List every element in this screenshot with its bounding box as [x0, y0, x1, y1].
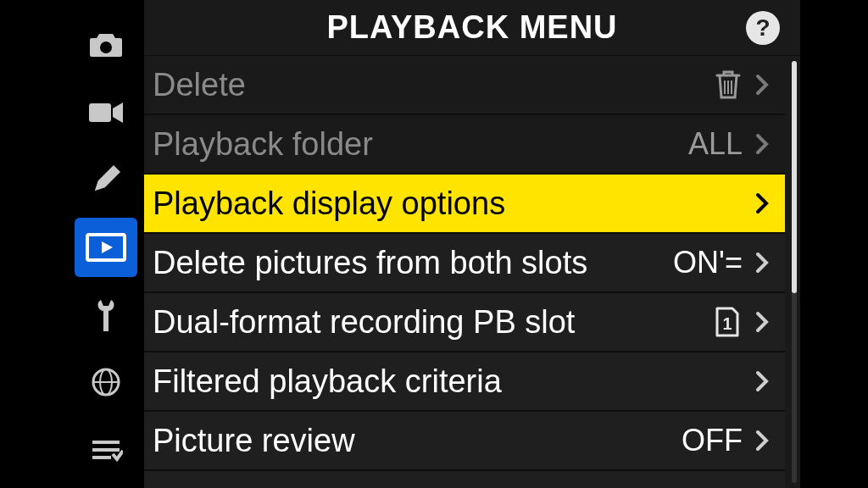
menu-item-label: Dual-format recording PB slot: [153, 304, 712, 341]
chevron-right-icon: [748, 192, 776, 214]
menu-item-label: Filtered playback criteria: [153, 363, 743, 400]
menu-item-after-delete[interactable]: After delete: [144, 471, 785, 488]
scrollbar-thumb[interactable]: [792, 61, 797, 293]
menu-header: PLAYBACK MENU ?: [144, 0, 800, 56]
menu-item-value: 1: [712, 305, 743, 339]
tab-playback[interactable]: [75, 218, 137, 277]
menu-item-label: Picture review: [153, 423, 682, 459]
play-icon: [86, 233, 126, 262]
chevron-right-icon: [748, 311, 776, 333]
menu-item-filtered-playback-criteria[interactable]: Filtered playback criteria: [144, 352, 785, 412]
help-icon: ?: [755, 14, 770, 42]
menu-item-value: [714, 69, 743, 101]
tab-network[interactable]: [75, 353, 137, 413]
chevron-right-icon: [748, 370, 776, 392]
menu-item-label: Delete: [153, 67, 714, 103]
menu-item-label: Playback folder: [153, 126, 688, 163]
menu-item-label: Delete pictures from both slots: [153, 245, 673, 281]
menu-item-label: Playback display options: [153, 186, 743, 222]
tab-photo-shooting[interactable]: [75, 15, 137, 75]
wrench-icon: [97, 297, 114, 333]
tab-custom-settings[interactable]: [75, 150, 137, 209]
svg-text:1: 1: [722, 314, 732, 333]
scrollbar[interactable]: [792, 61, 797, 483]
help-button[interactable]: ?: [746, 11, 780, 45]
menu-item-value: ON'=: [673, 245, 743, 280]
menu-item-dual-format-pb-slot[interactable]: Dual-format recording PB slot 1: [144, 293, 785, 352]
menu-list: Delete Playback folder: [144, 56, 785, 488]
svg-rect-1: [89, 103, 111, 122]
tab-my-menu[interactable]: [75, 420, 137, 480]
menu-item-value: OFF: [682, 423, 743, 458]
pencil-icon: [90, 164, 122, 196]
trash-icon: [714, 69, 743, 101]
chevron-right-icon: [748, 74, 776, 96]
menu-tabs-sidebar: [68, 0, 144, 488]
chevron-right-icon: [748, 430, 776, 452]
page-title: PLAYBACK MENU: [326, 9, 617, 46]
camera-icon: [88, 30, 124, 59]
chevron-right-icon: [748, 133, 776, 155]
menu-item-value: ALL: [688, 126, 743, 162]
svg-point-0: [100, 42, 112, 53]
menu-item-picture-review[interactable]: Picture review OFF: [144, 412, 785, 471]
network-globe-icon: [88, 364, 124, 400]
video-camera-icon: [87, 100, 125, 125]
tab-setup[interactable]: [75, 286, 137, 345]
my-menu-icon: [89, 437, 123, 463]
tab-movie-shooting[interactable]: [75, 83, 137, 142]
chevron-right-icon: [748, 252, 776, 274]
menu-item-delete[interactable]: Delete: [144, 56, 785, 115]
menu-item-playback-folder[interactable]: Playback folder ALL: [144, 115, 785, 175]
card-slot-1-icon: 1: [712, 305, 743, 339]
menu-item-delete-both-slots[interactable]: Delete pictures from both slots ON'=: [144, 234, 785, 293]
menu-item-playback-display-options[interactable]: Playback display options: [144, 175, 785, 234]
menu-content: PLAYBACK MENU ? Delete: [144, 0, 800, 488]
